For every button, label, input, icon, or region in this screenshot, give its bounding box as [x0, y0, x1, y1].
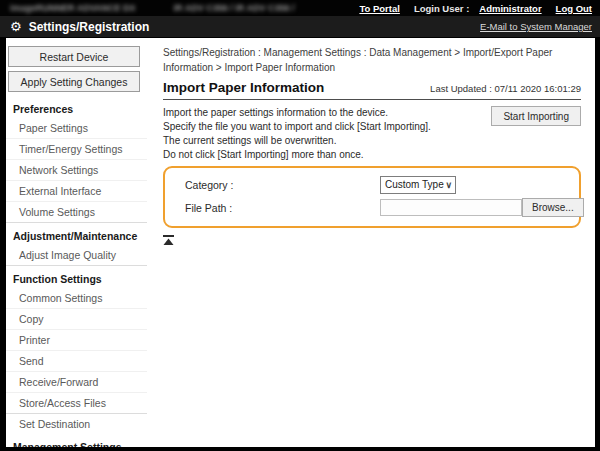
file-path-row: File Path : Browse... [165, 196, 571, 219]
gear-icon: ⚙ [10, 20, 22, 33]
sidebar-item-copy[interactable]: Copy [6, 308, 147, 329]
sidebar-header-preferences: Preferences [6, 96, 147, 118]
instruction-line: Specify the file you want to import and … [163, 120, 431, 134]
settings-sidebar: Restart Device Apply Setting Changes Pre… [6, 38, 147, 447]
sidebar-item-common-settings[interactable]: Common Settings [6, 288, 147, 308]
sidebar-item-paper-settings[interactable]: Paper Settings [6, 118, 147, 138]
restart-device-button[interactable]: Restart Device [8, 46, 140, 67]
remote-ui-window: imageRUNNER ADVANCE DX iR ADV C356 / iR … [0, 0, 600, 451]
instruction-line: The current settings will be overwritten… [163, 134, 431, 148]
sidebar-item-send[interactable]: Send [6, 350, 147, 371]
top-bar: imageRUNNER ADVANCE DX iR ADV C356 / iR … [0, 0, 600, 16]
sidebar-header-function-settings: Function Settings [6, 265, 147, 288]
sidebar-item-printer[interactable]: Printer [6, 329, 147, 350]
last-updated: Last Updated : 07/11 2020 16:01:29 [430, 83, 581, 95]
sidebar-item-timer-energy-settings[interactable]: Timer/Energy Settings [6, 138, 147, 159]
import-form-panel: Category : Custom Type ∨ File Path : Bro… [163, 166, 581, 228]
apply-setting-changes-button[interactable]: Apply Setting Changes [8, 71, 140, 92]
login-user-link[interactable]: Administrator [479, 3, 541, 14]
browse-button[interactable]: Browse... [522, 198, 584, 217]
sidebar-item-external-interface[interactable]: External Interface [6, 180, 147, 201]
category-select[interactable]: Custom Type ∨ [380, 176, 456, 194]
sidebar-item-set-destination[interactable]: Set Destination [6, 413, 147, 434]
breadcrumb: Settings/Registration : Management Setti… [163, 45, 581, 75]
category-label: Category : [165, 179, 380, 191]
title-row: Import Paper Information Last Updated : … [163, 80, 581, 100]
email-system-manager-link[interactable]: E-Mail to System Manager [480, 21, 592, 32]
category-selected-value: Custom Type [385, 179, 444, 190]
app-bar: ⚙ Settings/Registration E-Mail to System… [0, 16, 600, 38]
file-path-label: File Path : [165, 202, 380, 214]
intro-row: Import the paper settings information to… [163, 106, 581, 162]
device-model-redacted: iR ADV C356 / iR ADV C356 / [174, 3, 295, 13]
back-to-top-icon[interactable] [163, 235, 174, 245]
page-title: Import Paper Information [163, 80, 324, 95]
file-path-input[interactable] [380, 199, 522, 216]
app-title: Settings/Registration [29, 20, 150, 34]
to-portal-link[interactable]: To Portal [359, 3, 399, 14]
login-user-label: Login User : [414, 3, 469, 14]
sidebar-item-store-access-files[interactable]: Store/Access Files [6, 392, 147, 413]
device-name-redacted: imageRUNNER ADVANCE DX [10, 3, 136, 13]
sidebar-item-receive-forward[interactable]: Receive/Forward [6, 371, 147, 392]
sidebar-item-network-settings[interactable]: Network Settings [6, 159, 147, 180]
log-out-link[interactable]: Log Out [556, 3, 592, 14]
sidebar-header-management-settings: Management Settings [6, 434, 147, 447]
category-row: Category : Custom Type ∨ [165, 173, 571, 196]
main-content: Settings/Registration : Management Setti… [147, 38, 595, 447]
sidebar-item-adjust-image-quality[interactable]: Adjust Image Quality [6, 245, 147, 265]
content-frame: Restart Device Apply Setting Changes Pre… [0, 38, 600, 451]
instruction-line: Do not click [Start Importing] more than… [163, 148, 431, 162]
sidebar-header-adjustment-maintenance: Adjustment/Maintenance [6, 222, 147, 245]
instructions: Import the paper settings information to… [163, 106, 431, 162]
sidebar-item-volume-settings[interactable]: Volume Settings [6, 201, 147, 222]
start-importing-button[interactable]: Start Importing [491, 106, 581, 126]
chevron-down-icon: ∨ [445, 180, 452, 190]
instruction-line: Import the paper settings information to… [163, 106, 431, 120]
